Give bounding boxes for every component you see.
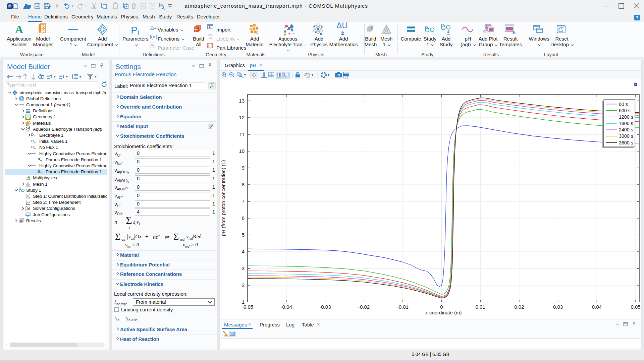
svg-text:2400 s: 2400 s	[619, 127, 633, 132]
svg-text:11: 11	[239, 131, 245, 137]
svg-text:10: 10	[239, 148, 245, 154]
svg-text:i: i	[138, 28, 139, 36]
svg-text:-0.02: -0.02	[358, 304, 370, 310]
svg-text:600 s: 600 s	[619, 108, 631, 113]
svg-text:12: 12	[239, 115, 245, 120]
svg-text:-0.04: -0.04	[281, 304, 292, 310]
svg-text:1: 1	[242, 299, 245, 305]
svg-text:P: P	[131, 24, 138, 36]
svg-text:3000 s: 3000 s	[619, 133, 633, 139]
svg-text:0: 0	[440, 304, 443, 310]
svg-text:7: 7	[242, 198, 245, 204]
svg-text:0.03: 0.03	[553, 304, 563, 310]
svg-text:f(×): f(×)	[150, 34, 157, 40]
svg-text:4: 4	[242, 249, 245, 254]
svg-text:13: 13	[239, 98, 245, 104]
svg-text:0.04: 0.04	[592, 304, 602, 310]
svg-text:1800 s: 1800 s	[619, 121, 633, 126]
svg-text:0.05: 0.05	[631, 304, 640, 310]
svg-text:pH (from proton concentration): pH (from proton concentration) (1)	[220, 160, 226, 236]
svg-text:6: 6	[242, 215, 245, 221]
svg-text:3600 s: 3600 s	[619, 140, 633, 145]
svg-text:Pi: Pi	[151, 44, 154, 48]
svg-text:0.01: 0.01	[476, 304, 485, 310]
svg-text:a: a	[150, 24, 154, 31]
svg-text:60 s: 60 s	[619, 102, 628, 107]
svg-text:atmospheric_corrosion_mass_tra: atmospheric_corrosion_mass_transport.mph…	[184, 3, 368, 9]
svg-text:-0.01: -0.01	[397, 304, 409, 310]
svg-text:A: A	[15, 23, 23, 36]
svg-text:-0.05: -0.05	[242, 304, 253, 310]
svg-text:9: 9	[242, 165, 245, 171]
svg-text:1200 s: 1200 s	[619, 114, 633, 120]
svg-text:2: 2	[242, 282, 245, 288]
svg-text:8: 8	[242, 182, 245, 187]
svg-text:-0.03: -0.03	[319, 304, 331, 310]
svg-text:3: 3	[242, 265, 245, 271]
svg-text:ΔU: ΔU	[336, 22, 347, 30]
svg-text:5: 5	[242, 232, 245, 238]
svg-text:0.02: 0.02	[514, 304, 524, 310]
svg-text:=: =	[154, 25, 157, 31]
svg-text:x-coordinate (m): x-coordinate (m)	[425, 310, 462, 315]
